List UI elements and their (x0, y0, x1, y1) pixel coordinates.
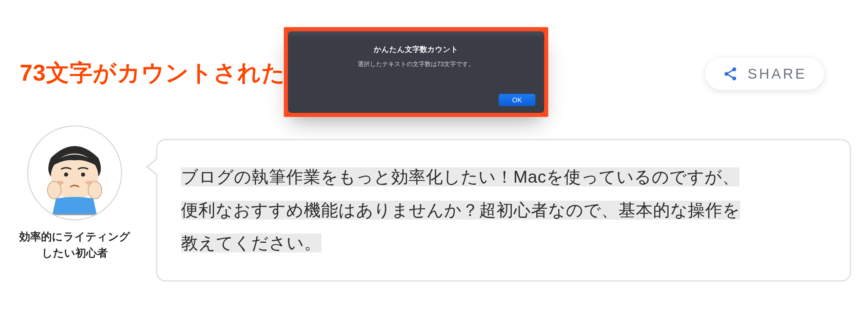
dialog-message: 選択したテキストの文字数は73文字です。 (305, 60, 527, 68)
svg-line-3 (728, 70, 733, 73)
share-button[interactable]: SHARE (705, 58, 824, 90)
avatar (27, 125, 122, 220)
dialog-window: かんたん文字数カウント 選択したテキストの文字数は73文字です。 OK (288, 31, 544, 113)
bubble-line-1: ブログの執筆作業をもっと効率化したい！Macを使っているのですが、 (181, 167, 739, 186)
svg-point-6 (64, 173, 68, 177)
avatar-caption-line1: 効率的にライティング (19, 230, 130, 243)
ok-button[interactable]: OK (499, 94, 535, 106)
bubble-line-3: 教えてください。 (181, 234, 321, 253)
svg-point-7 (81, 173, 85, 177)
svg-point-10 (47, 181, 61, 199)
bubble-text: ブログの執筆作業をもっと効率化したい！Macを使っているのですが、 便利なおすす… (181, 161, 826, 260)
page-heading: 73文字がカウントされた (20, 58, 285, 88)
dialog-title: かんたん文字数カウント (305, 44, 527, 55)
dialog-screenshot-frame: かんたん文字数カウント 選択したテキストの文字数は73文字です。 OK (284, 27, 548, 117)
svg-point-11 (88, 181, 102, 199)
avatar-caption: 効率的にライティング したい初心者 (10, 228, 139, 261)
avatar-block: 効率的にライティング したい初心者 (10, 125, 139, 261)
share-icon (723, 66, 738, 82)
avatar-caption-line2: したい初心者 (42, 247, 108, 259)
share-label: SHARE (748, 66, 807, 82)
bubble-line-2: 便利なおすすめ機能はありませんか？超初心者なので、基本的な操作を (181, 201, 740, 220)
svg-line-4 (728, 75, 733, 77)
speech-bubble: ブログの執筆作業をもっと効率化したい！Macを使っているのですが、 便利なおすす… (156, 139, 851, 282)
